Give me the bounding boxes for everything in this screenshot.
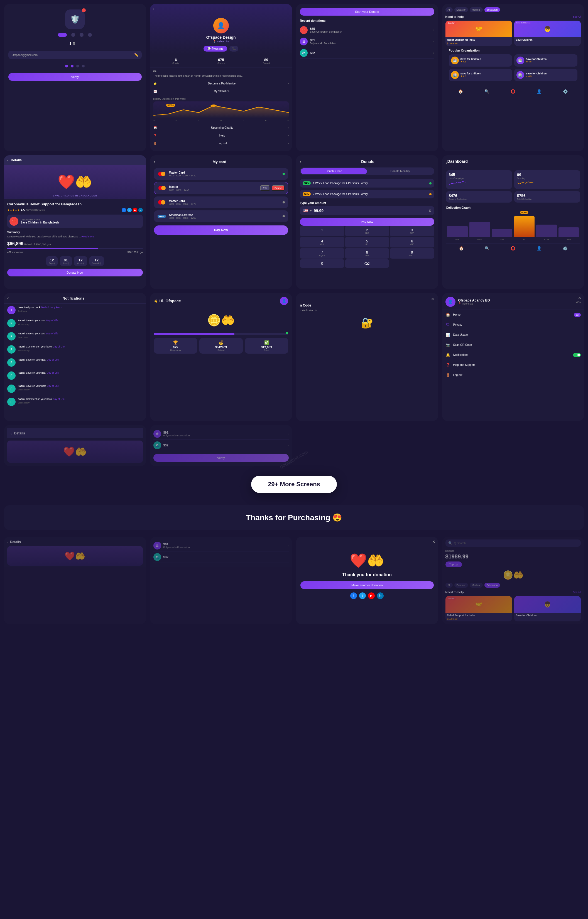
details-bottom-back[interactable]: ‹ xyxy=(11,431,12,436)
fb-icon[interactable]: f xyxy=(122,208,126,212)
thankyou-yt-icon[interactable]: ▶ xyxy=(368,592,375,599)
yt-icon[interactable]: ▶ xyxy=(133,208,137,212)
settings-logout[interactable]: 🚪 Log out xyxy=(442,370,585,380)
card-name-amex: American Express xyxy=(169,214,280,217)
details-repeat-back[interactable]: ‹ xyxy=(7,540,8,544)
dropdown-arrow[interactable]: ▾ xyxy=(310,209,312,212)
numpad-0[interactable]: 0 xyxy=(300,259,344,268)
pay-now-donate-button[interactable]: Pay Now xyxy=(300,218,435,226)
pro-member-item[interactable]: ⭐ Become a Pro Member › xyxy=(150,80,292,88)
bottom-tab-disaster[interactable]: Disaster xyxy=(454,583,468,588)
tab-all[interactable]: All xyxy=(446,7,453,12)
delete-button[interactable]: Delete xyxy=(272,185,284,191)
notifications-toggle[interactable] xyxy=(573,353,581,357)
top-up-button[interactable]: Top Up xyxy=(446,561,462,567)
tw-icon[interactable]: t xyxy=(127,208,132,212)
nav-settings-icon[interactable]: ⚙️ xyxy=(563,89,568,94)
settings-data-usage[interactable]: 📊 Data Usage xyxy=(442,330,585,340)
settings-close-icon[interactable]: ✕ xyxy=(578,296,581,300)
numpad-1[interactable]: 1 xyxy=(300,226,344,236)
package-2[interactable]: $95 2 Week Food Package for 4 Person's F… xyxy=(300,190,435,198)
settings-privacy[interactable]: 🛡 Privacy xyxy=(442,320,585,330)
numpad-4[interactable]: 4GHI xyxy=(300,237,344,248)
make-another-donation-button[interactable]: Make another donation xyxy=(300,581,434,589)
upcoming-charity-item[interactable]: 📅Upcoming Charity› xyxy=(150,124,292,132)
thankyou-fb-icon[interactable]: f xyxy=(350,592,357,599)
tab-donate-monthly[interactable]: Donate Monthly xyxy=(367,168,433,174)
details-repeat-body: ‹ Details ❤️🤲 xyxy=(4,536,146,569)
edit-icon[interactable]: ✏️ xyxy=(134,53,138,57)
dash-nav-explore[interactable]: 🔍 xyxy=(485,246,489,251)
help-card-1[interactable]: 🤝 Disaster Relief Support for India $198… xyxy=(446,21,512,46)
thankyou-close-icon[interactable]: ✕ xyxy=(432,540,435,544)
numpad-backspace[interactable]: ⌫ xyxy=(345,259,389,268)
edit-button[interactable]: Edit xyxy=(260,185,270,191)
statistics-item[interactable]: 📈 My Statistics ⌄ xyxy=(150,88,292,95)
dash-nav-donate[interactable]: ⭕ xyxy=(510,246,515,251)
verify-bottom-button[interactable]: Verify xyxy=(153,454,289,462)
bottom-help-card-2[interactable]: 👦 Save for Children xyxy=(514,596,581,621)
numpad-6[interactable]: 6MNO xyxy=(390,237,435,248)
card-mastercard-5430[interactable]: Master Card xxxx - xxxx - xxxx - 5430 xyxy=(154,168,288,180)
tab-donate-once[interactable]: Donate Once xyxy=(301,168,367,174)
card-editing[interactable]: Master xxxx - xxxx - 3214 Edit Delete xyxy=(154,182,288,194)
bottom-tab-education[interactable]: Education xyxy=(485,583,500,588)
balance-badge: $1! xyxy=(574,313,581,317)
thankyou-li-icon[interactable]: in xyxy=(377,592,384,599)
call-button[interactable]: 📞 xyxy=(229,46,238,52)
pkg-dot-2 xyxy=(429,193,431,195)
settings-scan-qr[interactable]: 📷 Scan QR Code xyxy=(442,340,585,350)
nav-profile-icon[interactable]: 👤 xyxy=(537,89,541,94)
see-all-link[interactable]: See All xyxy=(573,15,581,18)
nav-explore-icon[interactable]: 🔍 xyxy=(485,89,489,94)
back-icon[interactable]: ‹ xyxy=(153,7,154,12)
settings-help[interactable]: ❓ Help and Support xyxy=(442,360,585,370)
nav-donate-icon[interactable]: ⭕ xyxy=(510,89,515,94)
pop-org-1[interactable]: 🏥 Save for Children ★ 4.5 xyxy=(449,54,512,66)
hi-avatar: 👤 xyxy=(280,297,288,305)
bottom-help-card-1[interactable]: 🤝 Disaster Relief Support for India $198… xyxy=(446,596,512,621)
thankyou-tw-icon[interactable]: t xyxy=(359,592,366,599)
message-button[interactable]: 💬 Message xyxy=(204,46,227,52)
card-amex[interactable]: AMEX American Express xxxx - xxxx - xxxx… xyxy=(154,211,288,222)
donate-now-button[interactable]: Donate Now xyxy=(7,269,143,276)
numpad-9[interactable]: 9WXYZ xyxy=(390,248,435,259)
read-more-link[interactable]: Read more xyxy=(82,235,94,238)
tab-medical[interactable]: Medical xyxy=(470,7,483,12)
nav-home-icon[interactable]: 🏠 xyxy=(458,89,463,94)
pop-org-4[interactable]: 🏥 Save for Children ★ 4.5 xyxy=(514,69,577,81)
help-item[interactable]: ❓Help› xyxy=(150,132,292,139)
bottom-tab-medical[interactable]: Medical xyxy=(470,583,483,588)
bottom-see-all[interactable]: See All xyxy=(573,591,581,593)
dash-nav-settings[interactable]: ⚙️ xyxy=(563,246,567,251)
details-back-icon[interactable]: ‹ xyxy=(7,158,9,162)
dash-nav-home[interactable]: 🏠 xyxy=(459,246,464,251)
help-card-2[interactable]: 👦 Save No Children Save Children xyxy=(514,21,581,46)
verify-button[interactable]: Verify xyxy=(8,73,142,81)
mycard-back-icon[interactable]: ‹ xyxy=(154,159,155,164)
numpad-8[interactable]: 8TUV xyxy=(345,248,389,259)
package-1[interactable]: $45 1 Week Food Package for 4 Person's F… xyxy=(300,179,435,188)
card-mastercard-8876[interactable]: Master Card xxxx - xxxx - xxxx - 8876 xyxy=(154,196,288,208)
numpad-3[interactable]: 3DEF xyxy=(390,226,435,236)
amount-input-row[interactable]: 🇺🇸 ▾ 99.99 $ xyxy=(300,206,435,215)
tab-education[interactable]: Education xyxy=(485,7,500,12)
bottom-tab-all[interactable]: All xyxy=(446,583,453,588)
li-icon[interactable]: in xyxy=(138,208,143,212)
start-donate-button[interactable]: Start your Donate xyxy=(300,8,435,16)
settings-notifications[interactable]: 🔔 Notifications xyxy=(442,350,585,360)
email-input[interactable]: Ofspace@gmail.com ✏️ xyxy=(8,51,142,59)
pay-now-button[interactable]: Pay Now xyxy=(154,225,288,235)
search-row[interactable]: 🔍 Q Search xyxy=(446,540,581,547)
numpad-5[interactable]: 5JKL xyxy=(345,237,389,248)
details-screen: ‹ Details ❤️🤲 SAVE CHILDREN IN BANGLADES… xyxy=(4,155,146,289)
pop-org-3[interactable]: 🏥 Save for Children ★ 4.5 xyxy=(449,69,512,81)
pop-org-2[interactable]: 🏥 Save for Children ★ 4.5 xyxy=(514,54,577,66)
dash-nav-profile[interactable]: 👤 xyxy=(537,246,541,251)
close-icon[interactable]: ✕ xyxy=(431,297,435,301)
tab-disaster[interactable]: Disaster xyxy=(454,7,468,12)
settings-home[interactable]: 🏠 Home $1! xyxy=(442,310,585,320)
numpad-7[interactable]: 7PQRS xyxy=(300,248,344,259)
logout-item[interactable]: 🚪Log out› xyxy=(150,139,292,147)
numpad-2[interactable]: 2ABC xyxy=(345,226,389,236)
